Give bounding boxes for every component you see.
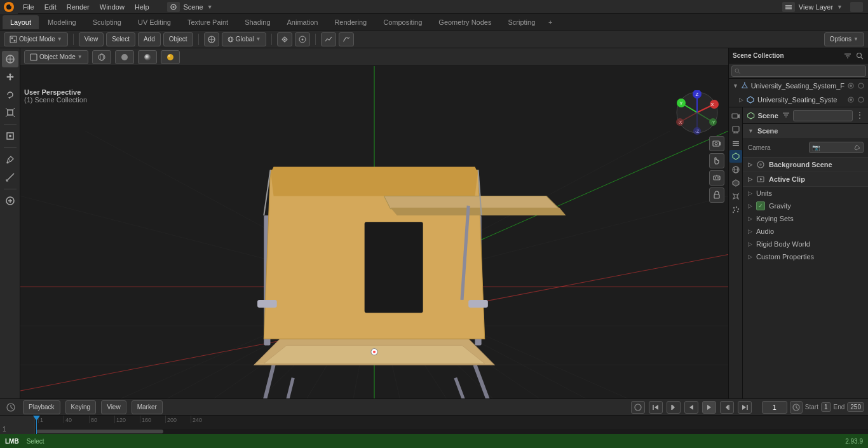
props-filter-btn[interactable] (781, 110, 791, 120)
timeline-icon-btn[interactable] (4, 400, 18, 414)
add-object-tool[interactable] (2, 193, 18, 209)
tab-shading[interactable]: Shading (237, 15, 278, 29)
viewport-shading-solid[interactable] (115, 50, 134, 64)
scene-dropdown-icon[interactable]: ▼ (207, 4, 213, 10)
camera-view-btn[interactable] (709, 136, 724, 151)
background-scene-header[interactable]: ▷ Background Scene (743, 158, 868, 172)
add-workspace-tab-btn[interactable]: + (544, 16, 557, 29)
scrollbar-thumb[interactable] (36, 430, 163, 433)
view-layer-props-btn[interactable] (729, 137, 742, 149)
outliner-root[interactable]: ▼ University_Seating_System_F (729, 79, 868, 93)
viewport-3d[interactable]: Object Mode ▼ (20, 48, 728, 398)
menu-window[interactable]: Window (95, 0, 130, 14)
play-btn[interactable] (702, 401, 716, 414)
options-btn[interactable]: Options ▼ (824, 32, 864, 46)
menu-file[interactable]: File (18, 0, 39, 14)
scale-tool[interactable] (2, 104, 18, 121)
playback-menu-btn[interactable]: Playback (23, 400, 60, 414)
rigid-body-world-item[interactable]: ▷ Rigid Body World (743, 238, 868, 250)
lock-view-btn[interactable] (709, 187, 724, 203)
scene-props-btn[interactable] (729, 150, 742, 163)
film-camera-btn[interactable] (709, 170, 724, 186)
menu-help[interactable]: Help (130, 0, 154, 14)
tab-geometry-nodes[interactable]: Geometry Nodes (431, 15, 499, 29)
proportional-edit-btn[interactable] (295, 32, 310, 46)
particles-props-btn[interactable] (729, 203, 742, 216)
timeline-ruler[interactable]: 1 1 40 80 120 160 200 240 (0, 416, 868, 434)
view-menu-btn[interactable]: View (101, 400, 126, 414)
child-render-icon[interactable] (857, 96, 865, 104)
marker-menu-btn[interactable]: Marker (132, 400, 163, 414)
mode-selector-btn[interactable]: Object Mode ▼ (4, 32, 68, 46)
curve-btn[interactable] (339, 32, 354, 46)
gravity-checkbox[interactable]: ✓ (756, 201, 765, 210)
viewport-shading-rendered[interactable] (161, 50, 180, 64)
render-props-btn[interactable] (729, 110, 742, 123)
outliner-search-btn[interactable] (855, 51, 865, 61)
keying-sets-item[interactable]: ▷ Keying Sets (743, 212, 868, 225)
tab-sculpting[interactable]: Sculpting (85, 15, 129, 29)
visibility-icon[interactable] (847, 82, 855, 90)
start-value[interactable]: 1 (821, 402, 831, 412)
timeline-scrollbar[interactable] (35, 429, 868, 434)
record-btn[interactable] (631, 401, 645, 414)
outliner-child[interactable]: ▷ University_Seating_Syste (729, 93, 868, 107)
move-tool[interactable] (2, 69, 18, 85)
blender-logo[interactable] (0, 0, 18, 14)
viewport-mode-dropdown[interactable]: ▼ (78, 54, 83, 60)
menu-render[interactable]: Render (62, 0, 95, 14)
tab-compositing[interactable]: Compositing (376, 15, 430, 29)
output-props-btn[interactable] (729, 123, 742, 136)
tab-modeling[interactable]: Modeling (40, 15, 84, 29)
select-btn[interactable]: Select (106, 32, 135, 46)
camera-value-btn[interactable]: 📷 (809, 142, 864, 153)
scene-section-header[interactable]: ▼ Scene (743, 124, 868, 138)
camera-edit-icon[interactable] (854, 144, 860, 151)
cursor-tool[interactable] (2, 51, 18, 67)
viewport-mode-btn[interactable]: Object Mode ▼ (24, 50, 88, 64)
view-layer-dropdown-icon[interactable]: ▼ (837, 4, 843, 10)
units-item[interactable]: ▷ Units (743, 187, 868, 200)
play-reverse-btn[interactable] (684, 401, 698, 414)
axes-gizmo[interactable]: X Y Z -X -Y (675, 90, 719, 135)
menu-edit[interactable]: Edit (39, 0, 62, 14)
outliner-search-input-wrapper[interactable] (731, 65, 866, 77)
transform-space-btn[interactable]: Global ▼ (222, 32, 267, 46)
end-value[interactable]: 250 (847, 402, 864, 412)
view-layer-icon[interactable] (782, 2, 795, 12)
step-forward-btn[interactable] (720, 401, 734, 414)
annotate-tool[interactable] (2, 151, 18, 168)
outliner-filter-btn[interactable] (843, 51, 853, 61)
keying-menu-btn[interactable]: Keying (65, 400, 97, 414)
scene-selector-icon[interactable] (167, 2, 180, 12)
transform-mode-btn[interactable] (204, 32, 219, 46)
current-frame-input[interactable] (762, 401, 787, 414)
world-props-btn[interactable] (729, 163, 742, 176)
tab-rendering[interactable]: Rendering (327, 15, 374, 29)
viewport-shading-material[interactable] (138, 50, 157, 64)
tab-uv-editing[interactable]: UV Editing (130, 15, 179, 29)
step-back-btn[interactable] (667, 401, 681, 414)
tab-scripting[interactable]: Scripting (500, 15, 543, 29)
snap-toggle[interactable] (277, 32, 292, 46)
outliner-search-field[interactable] (742, 67, 863, 74)
jump-end-btn[interactable] (738, 401, 752, 414)
props-search-field[interactable] (796, 112, 850, 119)
gravity-item[interactable]: ▷ ✓ Gravity (743, 200, 868, 212)
props-search-input-wrapper[interactable] (793, 110, 853, 121)
object-btn[interactable]: Object (163, 32, 193, 46)
add-btn[interactable]: Add (138, 32, 161, 46)
viewport-shading-wire[interactable] (92, 50, 111, 64)
view-btn[interactable]: View (79, 32, 104, 46)
rotate-tool[interactable] (2, 86, 18, 103)
props-expand-btn[interactable]: ⋮ (855, 110, 865, 120)
jump-start-btn[interactable] (649, 401, 663, 414)
object-props-btn[interactable] (729, 177, 742, 189)
custom-props-item[interactable]: ▷ Custom Properties (743, 250, 868, 263)
frame-time-toggle[interactable] (790, 401, 803, 414)
tab-animation[interactable]: Animation (280, 15, 326, 29)
modifier-props-btn[interactable] (729, 190, 742, 203)
graph-btn[interactable] (321, 32, 336, 46)
render-visibility-icon[interactable] (857, 82, 865, 90)
tab-layout[interactable]: Layout (3, 15, 39, 29)
